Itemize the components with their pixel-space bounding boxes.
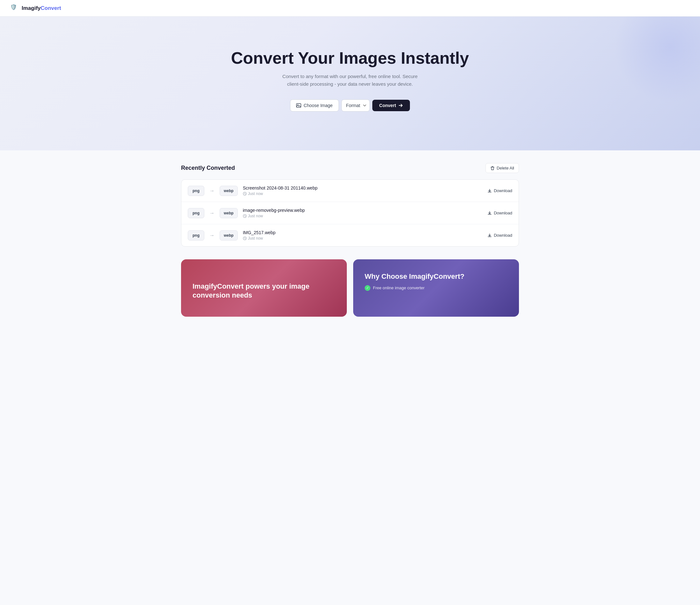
to-format-badge: webp bbox=[220, 230, 238, 240]
card-purple: Why Choose ImagifyConvert? ✓ Free online… bbox=[353, 259, 519, 317]
file-info: Screenshot 2024-08-31 201140.webp Just n… bbox=[243, 185, 483, 196]
card-purple-title: Why Choose ImagifyConvert? bbox=[365, 272, 507, 281]
table-row: png → webp Screenshot 2024-08-31 201140.… bbox=[181, 180, 519, 202]
card-pink-title: ImagifyConvert powers your image convers… bbox=[193, 282, 335, 300]
arrow-icon: → bbox=[209, 210, 215, 216]
file-name: Screenshot 2024-08-31 201140.webp bbox=[243, 185, 483, 190]
card-feature: ✓ Free online image converter bbox=[365, 285, 507, 291]
from-format-badge: png bbox=[188, 186, 204, 196]
hero-subtitle: Convert to any format with our powerful,… bbox=[277, 73, 423, 88]
logo-text: ImagifyConvert bbox=[22, 5, 61, 11]
download-button[interactable]: Download bbox=[488, 211, 512, 215]
clock-icon bbox=[243, 192, 247, 195]
image-icon bbox=[296, 103, 301, 108]
card-pink: ImagifyConvert powers your image convers… bbox=[181, 259, 347, 317]
check-circle-icon: ✓ bbox=[365, 285, 370, 291]
logo-imagify: Imagify bbox=[22, 5, 41, 11]
file-time: Just now bbox=[243, 214, 483, 218]
download-button[interactable]: Download bbox=[488, 188, 512, 193]
file-time: Just now bbox=[243, 191, 483, 196]
hero-actions: Choose Image Format WEBP PNG JPG GIF BMP… bbox=[290, 99, 410, 111]
navbar: 🛡️ ImagifyConvert bbox=[0, 0, 700, 17]
download-icon bbox=[488, 211, 492, 215]
file-time: Just now bbox=[243, 236, 483, 240]
delete-all-label: Delete All bbox=[497, 166, 514, 170]
arrow-right-icon bbox=[398, 103, 403, 108]
from-format-badge: png bbox=[188, 230, 204, 240]
download-button[interactable]: Download bbox=[488, 233, 512, 238]
from-format-badge: png bbox=[188, 208, 204, 218]
file-name: IMG_2517.webp bbox=[243, 230, 483, 235]
hero-title: Convert Your Images Instantly bbox=[231, 49, 469, 67]
to-format-badge: webp bbox=[220, 208, 238, 218]
file-info: IMG_2517.webp Just now bbox=[243, 230, 483, 240]
choose-image-label: Choose Image bbox=[304, 103, 333, 108]
table-row: png → webp IMG_2517.webp Just now Downlo… bbox=[181, 224, 519, 246]
logo[interactable]: 🛡️ ImagifyConvert bbox=[10, 4, 61, 13]
arrow-icon: → bbox=[209, 233, 215, 238]
choose-image-button[interactable]: Choose Image bbox=[290, 99, 339, 111]
file-name: image-removebg-preview.webp bbox=[243, 208, 483, 213]
trash-icon bbox=[490, 166, 495, 170]
to-format-badge: webp bbox=[220, 186, 238, 196]
hero-section: Convert Your Images Instantly Convert to… bbox=[0, 17, 700, 150]
download-icon bbox=[488, 233, 492, 238]
clock-icon bbox=[243, 214, 247, 218]
delete-all-button[interactable]: Delete All bbox=[485, 163, 519, 173]
section-header: Recently Converted Delete All bbox=[181, 163, 519, 173]
svg-point-1 bbox=[297, 104, 298, 105]
card-feature-label: Free online image converter bbox=[373, 286, 425, 290]
convert-label: Convert bbox=[379, 103, 396, 108]
table-row: png → webp image-removebg-preview.webp J… bbox=[181, 202, 519, 224]
logo-icon: 🛡️ bbox=[10, 4, 19, 13]
bottom-cards: ImagifyConvert powers your image convers… bbox=[181, 259, 519, 317]
convert-button[interactable]: Convert bbox=[372, 100, 410, 111]
section-title: Recently Converted bbox=[181, 165, 235, 172]
file-info: image-removebg-preview.webp Just now bbox=[243, 208, 483, 218]
main-content: Recently Converted Delete All png → webp… bbox=[175, 150, 525, 330]
arrow-icon: → bbox=[209, 188, 215, 194]
svg-rect-0 bbox=[296, 104, 301, 107]
logo-convert: Convert bbox=[41, 5, 61, 11]
download-icon bbox=[488, 189, 492, 193]
format-select[interactable]: Format WEBP PNG JPG GIF BMP TIFF bbox=[342, 99, 370, 111]
clock-icon bbox=[243, 236, 247, 240]
converted-list: png → webp Screenshot 2024-08-31 201140.… bbox=[181, 179, 519, 246]
